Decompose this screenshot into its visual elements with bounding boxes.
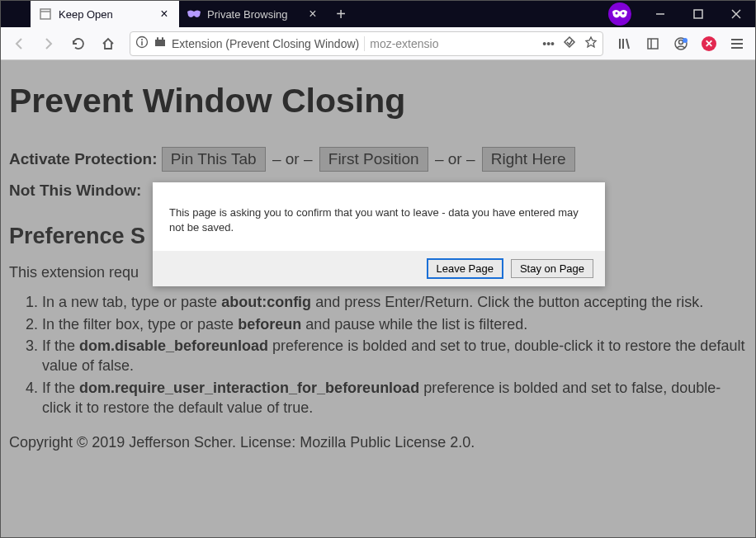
modal-overlay bbox=[1, 60, 755, 537]
stop-close-icon[interactable]: ✕ bbox=[696, 31, 722, 57]
reload-button[interactable] bbox=[65, 31, 92, 57]
svg-rect-5 bbox=[694, 10, 702, 18]
new-tab-button[interactable]: + bbox=[328, 1, 354, 27]
private-mode-badge bbox=[608, 2, 631, 26]
extension-icon bbox=[154, 35, 167, 51]
maximize-button[interactable] bbox=[679, 1, 717, 27]
reader-icon[interactable] bbox=[563, 35, 576, 51]
tab-private-browsing[interactable]: Private Browsing × bbox=[179, 1, 328, 27]
close-icon[interactable]: × bbox=[306, 7, 319, 21]
tab-favicon bbox=[39, 7, 52, 21]
page-actions-icon[interactable]: ••• bbox=[542, 37, 555, 50]
address-bar[interactable]: Extension (Prevent Closing Window) moz-e… bbox=[130, 31, 603, 56]
svg-point-17 bbox=[679, 40, 683, 44]
title-bar: Keep Open × Private Browsing × + bbox=[1, 1, 755, 27]
url-text: moz-extensio bbox=[370, 37, 537, 50]
close-icon[interactable]: × bbox=[158, 7, 171, 21]
tab-label: Private Browsing bbox=[207, 8, 300, 21]
library-icon[interactable] bbox=[612, 31, 638, 57]
minimize-button[interactable] bbox=[641, 1, 679, 27]
mask-icon bbox=[187, 7, 201, 21]
dialog-footer: Leave Page Stay on Page bbox=[153, 251, 605, 286]
close-window-button[interactable] bbox=[717, 1, 755, 27]
leave-page-button[interactable]: Leave Page bbox=[428, 259, 503, 278]
window-controls bbox=[608, 1, 755, 27]
info-icon[interactable] bbox=[135, 35, 149, 51]
dialog-message: This page is asking you to confirm that … bbox=[153, 182, 605, 251]
svg-point-9 bbox=[141, 39, 143, 40]
svg-point-3 bbox=[622, 12, 625, 15]
bookmark-icon[interactable] bbox=[584, 35, 598, 51]
browser-window: Keep Open × Private Browsing × + bbox=[0, 0, 756, 538]
home-button[interactable] bbox=[95, 31, 121, 57]
tab-strip: Keep Open × Private Browsing × + bbox=[31, 1, 608, 27]
nav-toolbar: Extension (Prevent Closing Window) moz-e… bbox=[1, 27, 755, 60]
tab-label: Keep Open bbox=[59, 8, 151, 21]
back-button[interactable] bbox=[6, 31, 32, 57]
svg-line-13 bbox=[626, 39, 629, 49]
forward-button[interactable] bbox=[35, 31, 62, 57]
sidebar-icon[interactable] bbox=[640, 31, 666, 57]
svg-rect-14 bbox=[648, 39, 658, 49]
stay-on-page-button[interactable]: Stay on Page bbox=[511, 259, 593, 278]
profile-icon[interactable] bbox=[668, 31, 694, 57]
separator bbox=[364, 36, 365, 51]
svg-point-2 bbox=[616, 12, 618, 15]
svg-rect-0 bbox=[40, 9, 50, 19]
svg-point-18 bbox=[683, 38, 687, 43]
leave-page-dialog: This page is asking you to confirm that … bbox=[153, 182, 605, 286]
url-identity: Extension (Prevent Closing Window) bbox=[172, 37, 359, 50]
tab-keep-open[interactable]: Keep Open × bbox=[31, 1, 179, 27]
content-area: Prevent Window Closing Activate Protecti… bbox=[1, 60, 755, 537]
menu-button[interactable] bbox=[724, 31, 750, 57]
